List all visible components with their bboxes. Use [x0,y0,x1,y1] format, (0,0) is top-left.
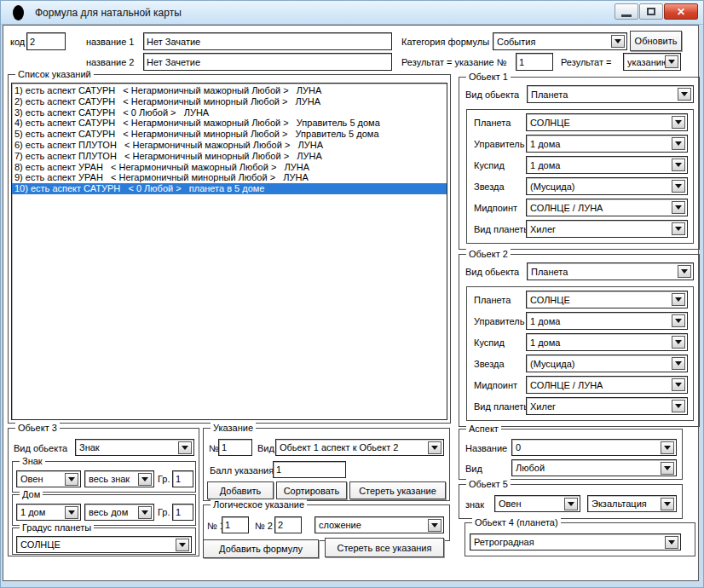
object1-panel: Планета СОЛНЦЕ Управитель 1 дома Куспид … [466,109,694,244]
sort-button[interactable]: Сортировать [276,481,347,499]
object2-cusp-select[interactable]: 1 дома [526,333,688,351]
maximize-button[interactable] [639,3,663,20]
object3-sign-mode-select[interactable]: весь знак [84,470,154,487]
instruction-list-group: Список указаний 1) есть аспект САТУРН < … [8,74,451,424]
list-item[interactable]: 3) есть аспект САТУРН < 0 Любой > ЛУНА [12,107,447,118]
chevron-down-icon [665,55,678,68]
erase-instruction-button[interactable]: Стереть указание [349,481,446,499]
erase-all-button[interactable]: Стереть все указания [325,538,444,557]
object1-row-label: Вид планеты [474,224,530,234]
chevron-down-icon [672,293,685,306]
object1-planetkind-select[interactable]: Хилег [526,220,688,238]
object5-sign-label: знак [465,499,484,510]
aspect-name-select[interactable]: 0 [511,439,677,456]
object2-row-label: Мидпоинт [474,380,517,390]
object2-ruler-select[interactable]: 1 дома [526,312,688,330]
category-select[interactable]: События [493,32,627,50]
object1-row-label: Звезда [474,182,505,192]
object2-row-label: Куспид [474,337,505,348]
object3-house-select[interactable]: 1 дом [16,504,81,521]
list-item[interactable]: 9) есть аспект УРАН < Негармоничный мино… [12,172,447,183]
object1-kind-label: Вид обьекта [465,89,519,100]
minimize-icon [621,14,632,17]
list-item[interactable]: 1) есть аспект САТУРН < Негармоничный ма… [12,85,447,96]
chevron-down-icon [672,357,685,370]
object2-row-label: Вид планеты [474,401,530,412]
window-controls: ✕ [615,3,698,20]
aspect-kind-select[interactable]: Любой [511,459,677,476]
chevron-down-icon [672,180,685,193]
object1-ruler-select[interactable]: 1 дома [526,135,688,153]
object2-kind-select[interactable]: Планета [527,262,694,280]
chevron-down-icon [672,336,685,349]
chevron-down-icon [672,314,685,327]
chevron-down-icon [665,536,678,549]
chevron-down-icon [661,498,674,510]
logic-n2-input[interactable] [274,516,302,533]
object5-group: Обьект 5 знак Овен Экзальтация [459,484,683,519]
maximize-icon [647,8,655,15]
instruction-list[interactable]: 1) есть аспект САТУРН < Негармоничный ма… [11,83,447,420]
object3-degree-select[interactable]: СОЛНЦЕ [16,536,192,553]
close-icon: ✕ [677,6,685,18]
object2-midpoint-select[interactable]: СОЛНЦЕ / ЛУНА [526,376,688,394]
result-select[interactable]: указанию [623,53,681,71]
instruction-score-label: Балл указания [210,465,274,476]
chevron-down-icon [672,116,685,129]
object3-sign-select[interactable]: Овен [16,470,81,487]
object5-sign-select[interactable]: Овен [494,495,580,512]
refresh-button[interactable]: Обновить [630,31,682,51]
list-item[interactable]: 8) есть аспект УРАН < Негармоничный мажо… [12,162,447,173]
object1-kind-select[interactable]: Планета [527,85,694,103]
aspect-kind-label: Вид [465,464,482,474]
add-formula-button[interactable]: Добавить формулу [203,539,319,558]
object3-sign-gr-label: Гр. [158,474,170,484]
object1-star-select[interactable]: (Мусцида) [526,177,688,195]
minimize-button[interactable] [615,3,638,20]
object1-cusp-select[interactable]: 1 дома [526,156,688,174]
list-item[interactable]: 6) есть аспект ПЛУТОН < Негармоничный ма… [12,140,447,151]
object3-house-gr-input[interactable] [172,504,193,521]
result-instruction-label: Результат = указание № [401,57,506,67]
chevron-down-icon [176,539,189,551]
chevron-down-icon [428,519,441,532]
object2-star-select[interactable]: (Мусцида) [526,355,688,372]
name2-input[interactable] [143,53,392,71]
object1-row-label: Куспид [474,160,505,170]
instruction-kind-select[interactable]: Обьект 1 аспект к Обьект 2 [275,439,444,456]
chevron-down-icon [661,441,674,454]
logic-n1-input[interactable] [222,516,249,533]
object5-dignity-select[interactable]: Экзальтация [587,495,677,512]
name2-label: название 2 [86,57,134,67]
object3-kind-select[interactable]: Знак [75,439,194,456]
logic-operation-select[interactable]: сложение [314,516,444,533]
object2-panel: Планета СОЛНЦЕ Управитель 1 дома Куспид … [466,286,694,421]
list-item[interactable]: 4) есть аспект САТУРН < Негармоничный ма… [12,118,447,129]
chevron-down-icon [138,506,152,519]
window-title: Формула для натальной карты [35,7,182,19]
result-instruction-input[interactable] [516,53,553,71]
instruction-score-input[interactable] [273,461,346,478]
object1-planet-select[interactable]: СОЛНЦЕ [526,113,688,131]
instruction-num-input[interactable] [218,439,252,456]
chevron-down-icon [611,35,625,48]
list-item-selected[interactable]: 10) есть аспект САТУРН < 0 Любой > плане… [12,183,447,194]
object3-sign-gr-input[interactable] [172,470,193,487]
object2-planet-select[interactable]: СОЛНЦЕ [526,291,688,308]
chevron-down-icon [564,498,578,510]
list-item[interactable]: 7) есть аспект ПЛУТОН < Негармоничный ми… [12,151,447,162]
add-instruction-button[interactable]: Добавить [207,481,274,499]
object4-select[interactable]: Ретроградная [470,533,681,551]
logic-n2-label: № 2 [255,521,273,531]
object1-midpoint-select[interactable]: СОЛНЦЕ / ЛУНА [526,199,688,216]
code-input[interactable] [26,32,66,50]
list-item[interactable]: 5) есть аспект САТУРН < Негармоничный ми… [12,129,447,140]
category-label: Категория формулы [401,37,489,47]
list-item[interactable]: 2) есть аспект САТУРН < Негармоничный ми… [12,96,447,107]
chevron-down-icon [672,222,685,235]
object1-group: Обьект 1 Вид обьекта Планета Планета СОЛ… [459,77,700,250]
name1-input[interactable] [143,32,392,50]
close-button[interactable]: ✕ [664,3,698,20]
object3-house-mode-select[interactable]: весь дом [84,504,154,521]
object2-planetkind-select[interactable]: Хилег [526,397,688,415]
